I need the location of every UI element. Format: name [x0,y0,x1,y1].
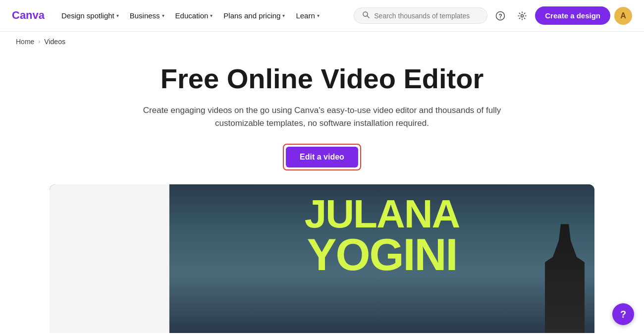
video-main-area: JULANA YOGINI [169,184,594,333]
canva-logo[interactable]: Canva [12,8,47,24]
page-title: Free Online Video Editor [16,63,628,94]
breadcrumb-separator: › [38,38,40,45]
navbar: Canva Design spotlight ▾ Business ▾ Educ… [0,0,644,32]
svg-line-2 [367,16,369,18]
svg-point-5 [521,14,524,17]
nav-plans-pricing[interactable]: Plans and pricing ▾ [218,7,290,24]
edit-video-button[interactable]: Edit a video [286,147,358,168]
chevron-down-icon: ▾ [116,13,119,18]
settings-icon-btn[interactable] [513,7,531,25]
nav-business[interactable]: Business ▾ [125,7,169,24]
breadcrumb: Home › Videos [0,32,644,52]
hero-section: Free Online Video Editor Create engaging… [0,52,644,184]
cta-button-wrapper: Edit a video [283,144,361,170]
editor-left-panel [50,184,169,333]
hero-subtitle: Create engaging videos on the go using C… [134,104,510,130]
help-button[interactable]: ? [612,303,634,325]
help-icon-btn[interactable]: ? [491,7,509,25]
nav-right: ? Create a design A [354,6,632,25]
nav-items: Design spotlight ▾ Business ▾ Education … [56,7,352,24]
search-bar[interactable] [354,7,487,24]
breadcrumb-home[interactable]: Home [16,38,34,46]
video-title-line2: YOGINI [191,234,573,277]
search-icon [362,11,370,20]
svg-text:?: ? [499,13,502,20]
chevron-down-icon: ▾ [282,13,285,18]
video-preview: JULANA YOGINI [50,184,594,333]
chevron-down-icon: ▾ [317,13,320,18]
nav-learn[interactable]: Learn ▾ [291,7,324,24]
create-design-button[interactable]: Create a design [535,6,610,25]
svg-text:Canva: Canva [12,9,45,21]
nav-design-spotlight[interactable]: Design spotlight ▾ [56,7,124,24]
nav-education[interactable]: Education ▾ [170,7,218,24]
chevron-down-icon: ▾ [162,13,164,18]
search-input[interactable] [374,12,479,20]
chevron-down-icon: ▾ [210,13,213,18]
breadcrumb-current: Videos [44,38,65,46]
video-title-line1: JULANA [191,194,573,234]
video-text-overlay: JULANA YOGINI [191,194,573,277]
avatar[interactable]: A [614,7,632,25]
